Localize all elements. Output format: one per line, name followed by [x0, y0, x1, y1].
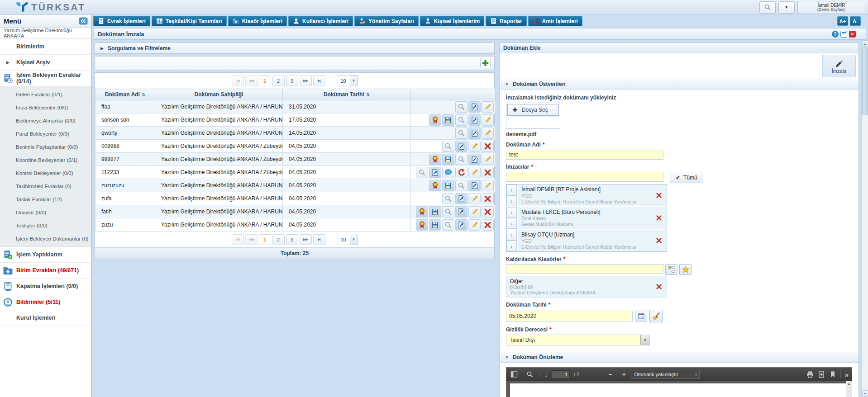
metadata-section-bar[interactable]: ▼ Doküman Üstverileri: [500, 79, 858, 90]
open-document-button[interactable]: [468, 114, 481, 126]
pager-previous-button[interactable]: ◀◀: [245, 234, 258, 245]
delete-button[interactable]: [482, 167, 494, 178]
column-header-date[interactable]: Doküman Tarihi⇅: [283, 89, 411, 100]
sidebar-item[interactable]: İşlem Bekleyen Evraklar (0/14): [0, 71, 91, 86]
preview-button[interactable]: [442, 193, 454, 204]
nav-tab[interactable]: Amir İşlemleri: [528, 16, 582, 26]
edit-button[interactable]: [482, 114, 494, 126]
pager-page-button[interactable]: 3: [286, 234, 298, 245]
page-number-input[interactable]: 1: [552, 370, 570, 378]
pager-page-button[interactable]: 2: [272, 234, 285, 245]
pager-first-button[interactable]: |◀: [232, 234, 244, 245]
move-down-button[interactable]: ↓: [506, 218, 517, 229]
print-icon[interactable]: [806, 371, 814, 378]
sidebar-item[interactable]: Onaylar (0/0): [0, 206, 91, 219]
scrollbar-thumb[interactable]: [862, 47, 868, 115]
move-up-button[interactable]: ↑: [506, 230, 517, 241]
pdf-scrollbar[interactable]: ▲ ▼: [846, 381, 852, 397]
pager-page-button[interactable]: 3: [286, 76, 298, 86]
preview-button[interactable]: [442, 141, 454, 152]
sidebar-item[interactable]: Kapatma İşlemleri (0/0): [0, 279, 91, 294]
choose-file-button[interactable]: ✚ Dosya Seç: [507, 104, 559, 116]
font-increase-button[interactable]: A+: [837, 16, 848, 26]
scroll-down-icon[interactable]: ▼: [862, 390, 868, 397]
open-document-button[interactable]: [455, 219, 467, 231]
edit-button[interactable]: [468, 219, 481, 231]
edit-button[interactable]: [482, 154, 494, 165]
pager-first-button[interactable]: |◀: [232, 76, 244, 86]
filter-section-bar[interactable]: ▶ Sorgulama ve Filtreleme: [95, 43, 495, 54]
edit-button[interactable]: [482, 180, 494, 191]
sidebar-item[interactable]: İmza Bekleyenler (0/0): [0, 101, 91, 114]
save-button[interactable]: [442, 154, 454, 165]
save-button[interactable]: [442, 180, 454, 191]
nav-tab[interactable]: Kullanıcı İşlemleri: [288, 16, 353, 26]
page-size-select[interactable]: 10▼: [338, 75, 358, 86]
sign-button[interactable]: [429, 154, 441, 165]
panel-scrollbar[interactable]: ▲ ▼: [861, 40, 868, 397]
clear-date-button[interactable]: [649, 310, 663, 322]
preview-button[interactable]: [455, 180, 467, 191]
remove-signer-button[interactable]: [651, 184, 667, 206]
sign-button[interactable]: [416, 206, 428, 217]
remove-folder-button[interactable]: [651, 284, 667, 290]
sidebar-item[interactable]: Kurul İşlemleri: [0, 310, 91, 326]
pager-last-button[interactable]: ▶|: [313, 234, 325, 245]
pager-next-button[interactable]: ▶▶: [300, 234, 312, 245]
document-name-input[interactable]: test: [506, 150, 663, 160]
sign-button[interactable]: [416, 219, 428, 231]
open-document-button[interactable]: [429, 167, 441, 178]
open-document-button[interactable]: [468, 101, 481, 113]
sidebar-item[interactable]: Birimlerim: [0, 39, 91, 55]
sidebar-item[interactable]: İşlem Yaptıklarım: [0, 247, 91, 263]
preview-button[interactable]: [455, 101, 467, 113]
preview-button[interactable]: [455, 114, 467, 126]
sidebar-collapse-icon[interactable]: [79, 17, 88, 25]
open-document-button[interactable]: [468, 128, 481, 139]
document-date-input[interactable]: 05.05.2020: [506, 311, 633, 321]
sidebar-item[interactable]: Tebliğler (0/0): [0, 219, 91, 232]
pdf-search-icon[interactable]: [526, 371, 534, 378]
move-down-button[interactable]: ↓: [506, 195, 517, 206]
sidebar-item[interactable]: Koordine Bekleyenler (0/1): [0, 153, 91, 166]
edit-button[interactable]: [482, 128, 494, 139]
nav-tab[interactable]: Yönetim Sayfaları: [354, 16, 419, 26]
preview-button[interactable]: [455, 154, 467, 165]
current-user-box[interactable]: İsmail DEMİR (Demo Sayfası): [797, 1, 865, 14]
calendar-button[interactable]: [635, 311, 647, 321]
pager-page-button[interactable]: 1: [259, 76, 271, 86]
sidebar-item[interactable]: İşlem Bekleyen Dokümanlar (0): [0, 232, 91, 245]
delete-button[interactable]: [482, 193, 494, 204]
open-document-button[interactable]: [455, 206, 467, 217]
signers-search-input[interactable]: [506, 172, 663, 182]
delete-button[interactable]: [482, 206, 494, 217]
sidebar-item[interactable]: Benimle Paylaşılanlar (0/0): [0, 140, 91, 153]
nav-tab[interactable]: Kişisel İşlemlerim: [420, 16, 484, 26]
sidebar-item[interactable]: Gelen Evraklar (0/1): [0, 88, 91, 101]
add-document-button[interactable]: [480, 58, 491, 68]
move-up-button[interactable]: ↑: [506, 184, 517, 195]
previous-page-icon[interactable]: ↑: [538, 371, 541, 378]
global-search-button[interactable]: [759, 1, 776, 14]
user-menu-dropdown-button[interactable]: ▼: [778, 1, 795, 14]
edit-button[interactable]: [468, 167, 481, 178]
sidebar-item[interactable]: Takibimdeki Evraklar (0): [0, 180, 91, 193]
download-icon[interactable]: [818, 371, 825, 378]
pager-page-button[interactable]: 1: [259, 234, 271, 245]
sidebar-item[interactable]: Birim Evrakları (49/671): [0, 263, 91, 279]
zoom-out-icon[interactable]: −: [608, 371, 612, 378]
privacy-level-select[interactable]: Tasnif Dışı ▼: [506, 335, 650, 345]
remove-signer-button[interactable]: [651, 230, 667, 251]
sidebar-item[interactable]: Beklemeye Alınanlar (0/0): [0, 114, 91, 127]
bookmark-icon[interactable]: [829, 371, 836, 378]
scroll-up-icon[interactable]: ▲: [862, 40, 868, 47]
preview-button[interactable]: [442, 206, 454, 217]
remove-signer-button[interactable]: [651, 207, 667, 229]
restore-window-icon[interactable]: [840, 31, 847, 38]
edit-button[interactable]: [468, 193, 481, 204]
sign-button[interactable]: İmzala: [822, 55, 856, 77]
sidebar-item[interactable]: Paraf Bekleyenler (0/0): [0, 127, 91, 140]
open-document-button[interactable]: [468, 154, 481, 165]
preview-button[interactable]: [455, 128, 467, 139]
preview-button[interactable]: [416, 167, 428, 178]
